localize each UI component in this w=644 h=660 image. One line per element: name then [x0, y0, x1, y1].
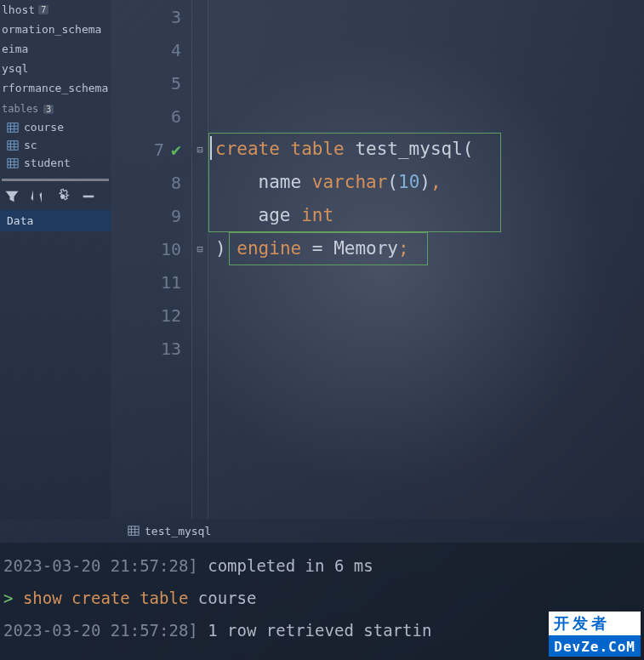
- code-line: [215, 299, 644, 332]
- db-label: ysql: [2, 62, 28, 75]
- db-item-localhost[interactable]: lhost 7: [0, 0, 111, 20]
- database-list: lhost 7 ormation_schema eima ysql rforma…: [0, 0, 111, 98]
- code-line: [215, 265, 644, 299]
- code-line: ) engine = Memory;: [215, 232, 644, 265]
- line-number: 10: [161, 239, 181, 259]
- sidebar: lhost 7 ormation_schema eima ysql rforma…: [0, 0, 111, 519]
- data-tab-label: Data: [7, 214, 33, 227]
- line-number: 7: [154, 139, 164, 160]
- line-number: 6: [171, 106, 181, 127]
- code-line: [215, 332, 644, 365]
- db-label: rformance_schema: [2, 82, 108, 94]
- fold-close-icon[interactable]: ⊟: [192, 232, 208, 265]
- bottom-tab-bar: test_mysql: [0, 519, 644, 543]
- code-line: [215, 100, 644, 133]
- data-tab[interactable]: Data: [0, 210, 111, 231]
- watermark: 开发者 DevZe.CoM: [549, 612, 641, 657]
- db-label: ormation_schema: [2, 23, 101, 36]
- line-number: 9: [171, 206, 181, 226]
- sidebar-toolbar: [0, 185, 111, 208]
- cursor: [210, 136, 212, 160]
- tables-section-header[interactable]: tables 3: [0, 98, 111, 118]
- section-label: tables: [2, 103, 38, 115]
- console-line: 2023-03-20 21:57:28] 1 row retrieved sta…: [3, 614, 641, 646]
- code-line: create table test_mysql(: [215, 133, 644, 166]
- table-icon: [7, 122, 19, 134]
- table-label: course: [24, 121, 64, 134]
- watermark-bottom: DevZe.CoM: [549, 637, 641, 657]
- db-item-mysql[interactable]: ysql: [0, 59, 111, 78]
- fold-open-icon[interactable]: ⊟: [192, 133, 208, 166]
- db-item-information-schema[interactable]: ormation_schema: [0, 20, 111, 39]
- table-item-student[interactable]: student: [0, 154, 111, 172]
- db-label: lhost: [2, 3, 35, 16]
- table-label: sc: [24, 139, 37, 151]
- line-number: 13: [161, 339, 181, 359]
- table-item-sc[interactable]: sc: [0, 136, 111, 154]
- filter-icon[interactable]: [3, 188, 20, 205]
- code-editor[interactable]: 3 4 5 6 7 ✔ 8 9 10 11 12 13 ⊟ ⊟: [111, 0, 644, 519]
- code-line: [215, 33, 644, 66]
- db-item-heima[interactable]: eima: [0, 39, 111, 59]
- line-number: 11: [161, 272, 181, 293]
- line-number: 3: [171, 7, 181, 27]
- tables-count: 3: [43, 105, 54, 114]
- code-line: [215, 0, 644, 33]
- sidebar-separator: [2, 179, 109, 181]
- bottom-tab-test-mysql[interactable]: test_mysql: [119, 521, 219, 541]
- line-number: 4: [171, 40, 181, 60]
- table-icon: [128, 525, 140, 537]
- svg-rect-10: [8, 158, 18, 168]
- check-icon: ✔: [171, 139, 181, 160]
- code-line: name varchar(10),: [215, 166, 644, 199]
- code-content[interactable]: create table test_mysql( name varchar(10…: [208, 0, 644, 519]
- table-icon: [7, 157, 19, 169]
- line-number: 12: [161, 305, 181, 326]
- svg-rect-5: [8, 140, 18, 150]
- minus-icon[interactable]: [80, 188, 97, 205]
- fold-column: ⊟ ⊟: [191, 0, 208, 519]
- db-label: eima: [2, 43, 28, 55]
- table-label: student: [24, 156, 71, 169]
- code-line: [215, 66, 644, 100]
- line-number: 8: [171, 173, 181, 193]
- table-item-course[interactable]: course: [0, 118, 111, 136]
- sort-icon[interactable]: [29, 188, 46, 205]
- db-badge: 7: [38, 5, 48, 14]
- bottom-tab-label: test_mysql: [145, 525, 211, 538]
- svg-rect-17: [128, 526, 139, 536]
- code-line: age int: [215, 199, 644, 232]
- console-output[interactable]: 2023-03-20 21:57:28] completed in 6 ms >…: [0, 543, 644, 660]
- gear-icon[interactable]: [54, 188, 71, 205]
- line-gutter: 3 4 5 6 7 ✔ 8 9 10 11 12 13: [111, 0, 191, 519]
- console-line: 2023-03-20 21:57:28] completed in 6 ms: [3, 549, 641, 582]
- console-line: > show create table course: [3, 582, 641, 614]
- table-icon: [7, 139, 19, 151]
- watermark-top: 开发者: [549, 612, 641, 637]
- line-number: 5: [171, 73, 181, 94]
- db-item-performance-schema[interactable]: rformance_schema: [0, 78, 111, 98]
- svg-rect-0: [8, 122, 18, 132]
